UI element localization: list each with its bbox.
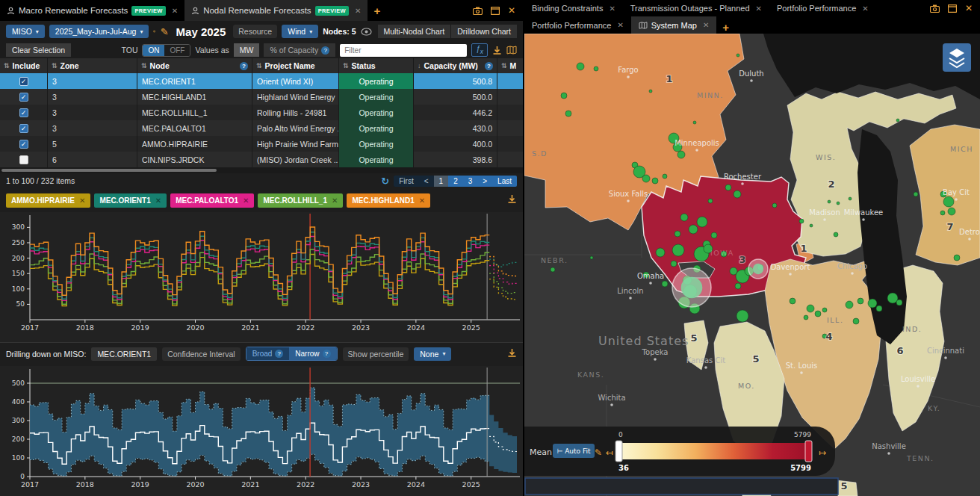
node-dot[interactable] — [674, 231, 680, 237]
node-dot[interactable] — [858, 298, 863, 304]
tab-system-map[interactable]: System Map✕ — [631, 16, 717, 34]
download-icon[interactable] — [492, 46, 502, 55]
camera-icon[interactable] — [473, 7, 483, 15]
node-dot[interactable] — [914, 192, 918, 196]
node-dot[interactable] — [680, 214, 688, 221]
scrollbar-thumb[interactable] — [1, 169, 217, 172]
include-checkbox[interactable]: ✓ — [19, 124, 28, 133]
remove-chip-icon[interactable]: ✕ — [79, 196, 85, 205]
page-1[interactable]: 1 — [434, 176, 449, 187]
extend-right-icon[interactable]: ↦ — [819, 447, 826, 458]
table-row[interactable]: ✓3MEC.ROLLHILL_1Rolling Hills - 24981Ope… — [0, 105, 523, 120]
page-2[interactable]: 2 — [448, 176, 463, 187]
node-dot[interactable] — [594, 66, 598, 71]
node-dot[interactable] — [652, 178, 658, 184]
drilldown-chart-button[interactable]: Drilldown Chart — [451, 25, 517, 38]
node-dot[interactable] — [804, 315, 808, 320]
refresh-icon[interactable]: ↻ — [381, 176, 389, 187]
node-dot[interactable] — [868, 299, 877, 308]
node-dot[interactable] — [672, 244, 684, 256]
node-dot[interactable] — [642, 175, 650, 182]
close-icon[interactable]: ✕ — [965, 3, 973, 13]
node-dot[interactable] — [663, 174, 667, 179]
sort-icon[interactable]: ⇅ — [501, 62, 507, 69]
close-tab-icon[interactable]: ✕ — [617, 21, 623, 29]
node-dot[interactable] — [834, 232, 838, 237]
table-row[interactable]: ✓3MEC.HIGHLAND1Highland Wind EnergyOpera… — [0, 89, 523, 105]
sort-icon[interactable]: ↓ — [418, 62, 421, 69]
column-header-node[interactable]: ⇅Node? — [137, 58, 252, 73]
sort-icon[interactable]: ⇅ — [256, 62, 262, 69]
scale-max-handle[interactable] — [805, 441, 812, 462]
table-row[interactable]: ✓3MEC.ORIENT1Orient (Wind XI)Operating50… — [0, 73, 523, 89]
close-tab-icon[interactable]: ✕ — [862, 4, 868, 13]
node-dot[interactable] — [561, 93, 567, 99]
tab-portfolio-performance[interactable]: Portfolio Performance✕ — [524, 16, 631, 34]
node-dot[interactable] — [736, 310, 748, 322]
window-icon[interactable] — [491, 7, 500, 15]
node-dot[interactable] — [677, 151, 685, 158]
column-header-include[interactable]: ⇅Include — [0, 58, 48, 73]
mw-button[interactable]: MW — [234, 43, 260, 57]
node-dot[interactable] — [736, 54, 739, 57]
node-dot[interactable] — [948, 208, 955, 215]
tou-toggle[interactable]: ONOFF — [142, 44, 190, 57]
node-dot[interactable] — [828, 200, 831, 203]
scenario-dropdown[interactable]: 2025_May-Jun-Jul-Aug▾ — [49, 25, 149, 38]
include-checkbox[interactable]: ✓ — [19, 108, 28, 117]
download-icon[interactable] — [507, 348, 517, 358]
tab-transmission-outages-planned[interactable]: Transmission Outages - Planned✕ — [623, 0, 769, 16]
node-dot[interactable] — [662, 281, 668, 287]
tab-nodal-renewable-forecasts[interactable]: Nodal Renewable ForecastsPREVIEW✕ — [184, 0, 368, 21]
node-chip-mec.paloalto1[interactable]: MEC.PALOALTO1✕ — [170, 193, 254, 208]
window-icon[interactable] — [948, 4, 957, 13]
node-dot[interactable] — [940, 211, 945, 215]
close-tab-icon[interactable]: ✕ — [756, 4, 762, 13]
close-tab-icon[interactable]: ✕ — [172, 7, 178, 15]
page-first[interactable]: First — [394, 176, 418, 187]
close-tab-icon[interactable]: ✕ — [609, 4, 615, 13]
sort-icon[interactable]: ⇅ — [4, 62, 10, 69]
node-chip-ammo.hiprairie[interactable]: AMMO.HIPRAIRIE✕ — [6, 193, 90, 208]
formula-button[interactable]: ƒx — [471, 43, 488, 57]
page-last[interactable]: Last — [492, 176, 517, 187]
drilldown-chart[interactable]: 0100200300400500201720182019202020212022… — [0, 366, 523, 496]
node-dot[interactable] — [551, 267, 555, 272]
node-dot[interactable] — [799, 219, 804, 223]
close-tab-icon[interactable]: ✕ — [355, 7, 361, 15]
node-dot[interactable] — [849, 197, 852, 200]
percentile-dropdown[interactable]: None▾ — [414, 347, 451, 361]
filter-input[interactable] — [340, 44, 467, 57]
node-dot[interactable] — [837, 202, 840, 205]
node-dot[interactable] — [772, 203, 777, 208]
scale-min-handle[interactable] — [615, 441, 622, 462]
node-dot[interactable] — [689, 225, 698, 234]
node-dot[interactable] — [590, 256, 593, 259]
drilldown-node[interactable]: MEC.ORIENT1 — [91, 347, 157, 361]
node-dot[interactable] — [876, 306, 882, 311]
clear-selection-button[interactable]: Clear Selection — [6, 43, 71, 57]
tab-portfolio-performance[interactable]: Portfolio Performance✕ — [769, 0, 876, 16]
pencil-icon[interactable]: ✎ — [595, 447, 602, 458]
tab-binding-constraints[interactable]: Binding Constraints✕ — [524, 0, 623, 16]
node-dot[interactable] — [853, 318, 859, 324]
remove-chip-icon[interactable]: ✕ — [243, 196, 249, 205]
new-tab-button[interactable]: + — [368, 4, 386, 17]
node-dot[interactable] — [954, 255, 960, 261]
page-prev[interactable]: < — [419, 176, 434, 187]
remove-chip-icon[interactable]: ✕ — [332, 196, 338, 205]
close-icon[interactable]: ✕ — [508, 5, 515, 16]
node-dot[interactable] — [671, 261, 677, 267]
node-dot[interactable] — [815, 311, 821, 317]
include-cell[interactable]: ✓ — [0, 105, 48, 120]
color-scale-bar[interactable] — [618, 443, 811, 459]
node-dot[interactable] — [649, 90, 652, 93]
resource-dropdown[interactable]: Wind▾ — [282, 25, 318, 38]
download-icon[interactable] — [507, 194, 517, 204]
sort-icon[interactable]: ⇅ — [52, 62, 58, 69]
node-dot[interactable] — [896, 119, 899, 122]
column-header-zone[interactable]: ⇅Zone — [48, 58, 137, 73]
system-map[interactable]: FargoDuluthMinneapolisRochesterSioux Fal… — [524, 34, 980, 496]
node-dot[interactable] — [943, 196, 954, 207]
node-dot[interactable] — [565, 111, 571, 117]
